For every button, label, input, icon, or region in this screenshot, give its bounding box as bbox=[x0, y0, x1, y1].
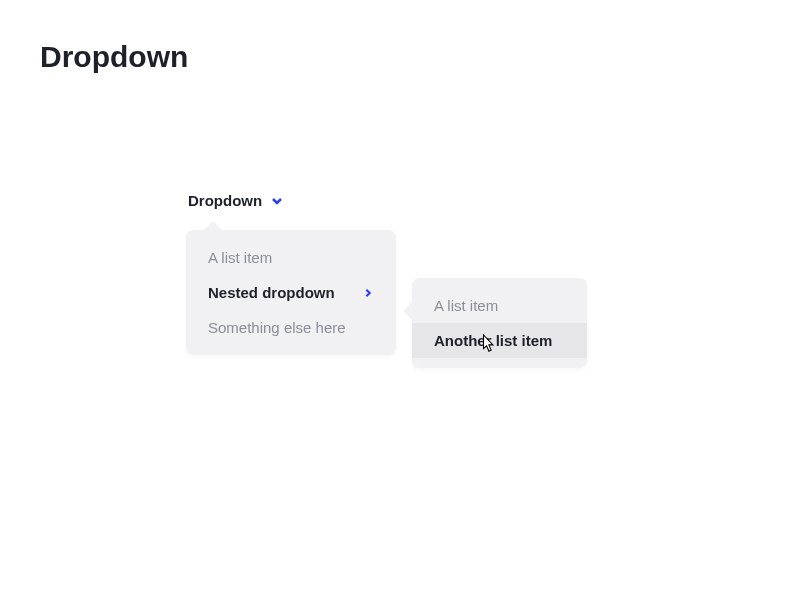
menu-item-label: Nested dropdown bbox=[208, 284, 335, 301]
dropdown-trigger[interactable]: Dropdown bbox=[188, 192, 284, 209]
nested-menu-item-list-item[interactable]: A list item bbox=[412, 288, 587, 323]
chevron-right-icon bbox=[362, 287, 374, 299]
page-title: Dropdown bbox=[40, 40, 188, 74]
chevron-down-icon bbox=[270, 194, 284, 208]
panel-arrow bbox=[203, 221, 223, 241]
menu-item-nested-dropdown[interactable]: Nested dropdown bbox=[186, 275, 396, 310]
dropdown-trigger-label: Dropdown bbox=[188, 192, 262, 209]
menu-item-something-else[interactable]: Something else here bbox=[186, 310, 396, 345]
menu-item-label: A list item bbox=[208, 249, 272, 266]
nested-dropdown-menu: A list item Another list item bbox=[412, 278, 587, 368]
nested-menu-item-another-list-item[interactable]: Another list item bbox=[412, 323, 587, 358]
menu-item-label: A list item bbox=[434, 297, 498, 314]
menu-item-label: Another list item bbox=[434, 332, 552, 349]
menu-item-label: Something else here bbox=[208, 319, 346, 336]
menu-item-list-item[interactable]: A list item bbox=[186, 240, 396, 275]
dropdown-menu: A list item Nested dropdown Something el… bbox=[186, 230, 396, 355]
